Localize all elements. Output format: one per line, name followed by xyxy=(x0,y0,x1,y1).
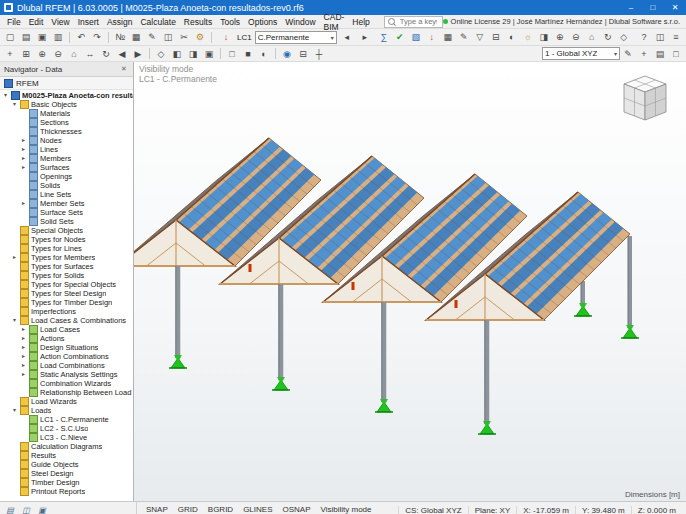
tree-basic-objects[interactable]: ▾ Basic Objects xyxy=(0,100,133,109)
tree-expander-icon[interactable]: ▸ xyxy=(20,334,27,343)
model-canvas[interactable] xyxy=(134,62,686,501)
tree-lc3[interactable]: LC3 - C.Nieve xyxy=(0,433,133,442)
tree-steel-design[interactable]: Steel Design xyxy=(0,469,133,478)
menu-view[interactable]: View xyxy=(47,15,73,28)
menu-assign[interactable]: Assign xyxy=(103,15,137,28)
tree-model-root[interactable]: ▾ M0025-Plaza Anoeta-con resultados-rev0… xyxy=(0,91,133,100)
tree-static-analysis-settings[interactable]: ▸ Static Analysis Settings xyxy=(0,370,133,379)
tree-load-wizards[interactable]: Load Wizards xyxy=(0,397,133,406)
tree-surfaces[interactable]: ▸ Surfaces xyxy=(0,163,133,172)
tree-sections[interactable]: Sections xyxy=(0,118,133,127)
tree-types-steel-design[interactable]: Types for Steel Design xyxy=(0,289,133,298)
tree-expander-icon[interactable]: ▸ xyxy=(20,163,27,172)
navigator-tab-data[interactable]: ▤ xyxy=(3,504,17,514)
tree-solid-sets[interactable]: Solid Sets xyxy=(0,217,133,226)
cut-object-button[interactable]: ✂ xyxy=(177,31,192,44)
zoom-fit-button[interactable]: ⌂ xyxy=(584,31,599,44)
guide-lines-button[interactable]: ┼ xyxy=(312,47,327,60)
load-case-combo[interactable]: C.Permanente ▾ xyxy=(255,31,337,44)
snap-toggle[interactable]: SNAP xyxy=(141,504,173,514)
wireframe-display-button[interactable]: □ xyxy=(225,47,240,60)
tree-types-special-objects[interactable]: Types for Special Objects xyxy=(0,280,133,289)
tree-lc2[interactable]: LC2 - S.C.Uso xyxy=(0,424,133,433)
tree-types-surfaces[interactable]: Types for Surfaces xyxy=(0,262,133,271)
orbit-view-button[interactable]: ↻ xyxy=(600,31,615,44)
navigator-root[interactable]: RFEM xyxy=(0,77,133,90)
toolbar-separator[interactable] xyxy=(69,32,70,43)
clipping-planes-button[interactable]: ⊟ xyxy=(296,47,311,60)
tree-expander-icon[interactable]: ▸ xyxy=(20,145,27,154)
calculate-all-button[interactable]: ∑ xyxy=(376,31,391,44)
quick-menu-button[interactable]: ≡ xyxy=(669,31,684,44)
tree-solids[interactable]: Solids xyxy=(0,181,133,190)
tree-expander-icon[interactable]: ▾ xyxy=(11,316,18,325)
toolbar-separator[interactable] xyxy=(275,48,276,59)
navigator-tab-display[interactable]: ◫ xyxy=(19,504,33,514)
tree-design-situations[interactable]: ▸ Design Situations xyxy=(0,343,133,352)
tree-surface-sets[interactable]: Surface Sets xyxy=(0,208,133,217)
tree-expander-icon[interactable]: ▸ xyxy=(11,253,18,262)
tree-types-members[interactable]: ▸ Types for Members xyxy=(0,253,133,262)
undo-button[interactable]: ↶ xyxy=(74,31,89,44)
view-y-button[interactable]: ◨ xyxy=(186,47,201,60)
tree-types-solids[interactable]: Types for Solids xyxy=(0,271,133,280)
filter-button[interactable]: ▽ xyxy=(472,31,487,44)
tree-member-sets[interactable]: ▸ Member Sets xyxy=(0,199,133,208)
grid-toggle[interactable]: GRID xyxy=(173,504,203,514)
tree-expander-icon[interactable]: ▸ xyxy=(20,325,27,334)
tree-combination-wizards[interactable]: Combination Wizards xyxy=(0,379,133,388)
saved-views-button[interactable]: ▤ xyxy=(653,47,668,60)
tree-line-sets[interactable]: Line Sets xyxy=(0,190,133,199)
tree-imperfections[interactable]: Imperfections xyxy=(0,307,133,316)
check-model-button[interactable]: ✔ xyxy=(392,31,407,44)
edit-properties-button[interactable]: ✎ xyxy=(145,31,160,44)
tree-materials[interactable]: Materials xyxy=(0,109,133,118)
menu-tools[interactable]: Tools xyxy=(216,15,244,28)
tree-expander-icon[interactable]: ▸ xyxy=(20,352,27,361)
tree-members[interactable]: ▸ Members xyxy=(0,154,133,163)
edit-load-button[interactable]: ✎ xyxy=(456,31,471,44)
tree-openings[interactable]: Openings xyxy=(0,172,133,181)
tree-action-combinations[interactable]: ▸ Action Combinations xyxy=(0,352,133,361)
menu-file[interactable]: File xyxy=(3,15,25,28)
tree-calculation-diagrams[interactable]: Calculation Diagrams xyxy=(0,442,133,451)
open-model-button[interactable]: ▤ xyxy=(19,31,34,44)
toolbar-separator[interactable] xyxy=(211,32,212,43)
tree-guide-objects[interactable]: Guide Objects xyxy=(0,460,133,469)
menu-options[interactable]: Options xyxy=(244,15,281,28)
menu-results[interactable]: Results xyxy=(180,15,216,28)
tree-expander-icon[interactable]: ▾ xyxy=(2,91,9,100)
previous-view-button[interactable]: ◀ xyxy=(115,47,130,60)
tree-printout-reports[interactable]: Printout Reports xyxy=(0,487,133,496)
solid-display-button[interactable]: ■ xyxy=(241,47,256,60)
pan-button[interactable]: ↔ xyxy=(83,47,98,60)
show-results-button[interactable]: ▧ xyxy=(408,31,423,44)
tree-load-cases[interactable]: ▸ Load Cases xyxy=(0,325,133,334)
tree-lines[interactable]: ▸ Lines xyxy=(0,145,133,154)
render-mode-button[interactable]: ◐ xyxy=(504,31,519,44)
menu-calculate[interactable]: Calculate xyxy=(136,15,179,28)
visibility-button[interactable]: ◉ xyxy=(280,47,295,60)
next-load-case-button[interactable]: ▸ xyxy=(357,31,372,44)
tree-thicknesses[interactable]: Thicknesses xyxy=(0,127,133,136)
tree-load-cases-combinations[interactable]: ▾ Load Cases & Combinations xyxy=(0,316,133,325)
copy-object-button[interactable]: ◫ xyxy=(161,31,176,44)
navigation-cube[interactable] xyxy=(614,70,676,126)
numbering-button[interactable]: № xyxy=(113,31,128,44)
redo-button[interactable]: ↷ xyxy=(90,31,105,44)
tree-expander-icon[interactable]: ▸ xyxy=(20,370,27,379)
window-layout-button[interactable]: ◫ xyxy=(653,31,668,44)
tree-expander-icon[interactable]: ▾ xyxy=(11,406,18,415)
toolbar-separator[interactable] xyxy=(220,48,221,59)
result-tables-button[interactable]: ▦ xyxy=(440,31,455,44)
tree-types-timber-design[interactable]: Types for Timber Design xyxy=(0,298,133,307)
tree-expander-icon[interactable]: ▸ xyxy=(20,343,27,352)
section-button[interactable]: ⊟ xyxy=(488,31,503,44)
isometric-view-button[interactable]: ◇ xyxy=(616,31,631,44)
panel-toggle-button[interactable]: ◨ xyxy=(536,31,551,44)
table-input-button[interactable]: ▦ xyxy=(129,31,144,44)
tree-timber-design[interactable]: Timber Design xyxy=(0,478,133,487)
coordinate-system-combo[interactable]: 1 - Global XYZ ▾ xyxy=(542,47,620,60)
select-button[interactable]: + xyxy=(3,47,18,60)
menu-edit[interactable]: Edit xyxy=(25,15,48,28)
